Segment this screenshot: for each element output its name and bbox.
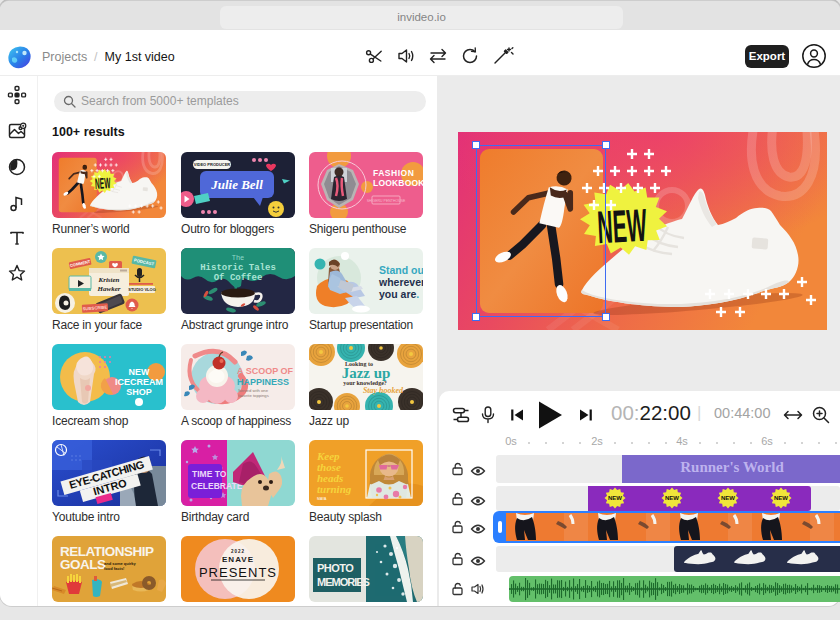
svg-text:HAPPINESS: HAPPINESS bbox=[237, 377, 289, 387]
svg-text:A SCOOP OF: A SCOOP OF bbox=[237, 366, 294, 376]
svg-text:turning: turning bbox=[317, 483, 352, 495]
svg-text:MAYA: MAYA bbox=[317, 497, 327, 501]
svg-text:Stay hooked: Stay hooked bbox=[363, 386, 404, 395]
svg-text:SHOP: SHOP bbox=[126, 387, 152, 397]
svg-text:favorite toppings: favorite toppings bbox=[238, 393, 269, 398]
svg-text:MEMORIES: MEMORIES bbox=[317, 576, 370, 588]
svg-text:TIME TO: TIME TO bbox=[192, 469, 227, 479]
svg-text:NEW: NEW bbox=[129, 367, 151, 377]
svg-text:PHOTO: PHOTO bbox=[317, 562, 354, 574]
svg-text:Hawker: Hawker bbox=[97, 285, 121, 293]
svg-text:VIDEO PRODUCER: VIDEO PRODUCER bbox=[194, 162, 231, 167]
svg-text:LOOKBOOK: LOOKBOOK bbox=[373, 178, 423, 188]
svg-text:GOALS: GOALS bbox=[60, 557, 106, 572]
svg-text:NEW: NEW bbox=[665, 495, 679, 501]
svg-text:NEW: NEW bbox=[774, 495, 788, 501]
svg-text:Stand out: Stand out bbox=[379, 264, 423, 276]
svg-text:Julie Bell: Julie Bell bbox=[210, 177, 263, 192]
svg-text:ICECREAM: ICECREAM bbox=[115, 377, 163, 387]
svg-text:wherever: wherever bbox=[378, 276, 423, 288]
svg-text:2022: 2022 bbox=[231, 549, 245, 554]
svg-text:FASHION: FASHION bbox=[373, 168, 414, 178]
svg-text:ENAVE: ENAVE bbox=[222, 555, 254, 564]
svg-text:Historic Tales: Historic Tales bbox=[200, 263, 276, 273]
svg-text:Jazz up: Jazz up bbox=[342, 365, 391, 381]
svg-text:NEW: NEW bbox=[721, 495, 735, 501]
svg-text:you are.: you are. bbox=[379, 288, 419, 300]
svg-text:Of Coffee: Of Coffee bbox=[214, 273, 263, 283]
svg-text:SHIGERU PENTHOUSE: SHIGERU PENTHOUSE bbox=[367, 199, 406, 203]
svg-text:PRESENTS: PRESENTS bbox=[199, 565, 277, 580]
svg-text:The: The bbox=[232, 254, 245, 262]
svg-text:NEW: NEW bbox=[608, 495, 622, 501]
svg-text:food facts!: food facts! bbox=[104, 566, 124, 571]
svg-text:Kristen: Kristen bbox=[97, 276, 119, 284]
svg-text:STUDIO VLOG: STUDIO VLOG bbox=[128, 287, 156, 292]
svg-text:NEW: NEW bbox=[95, 174, 112, 192]
